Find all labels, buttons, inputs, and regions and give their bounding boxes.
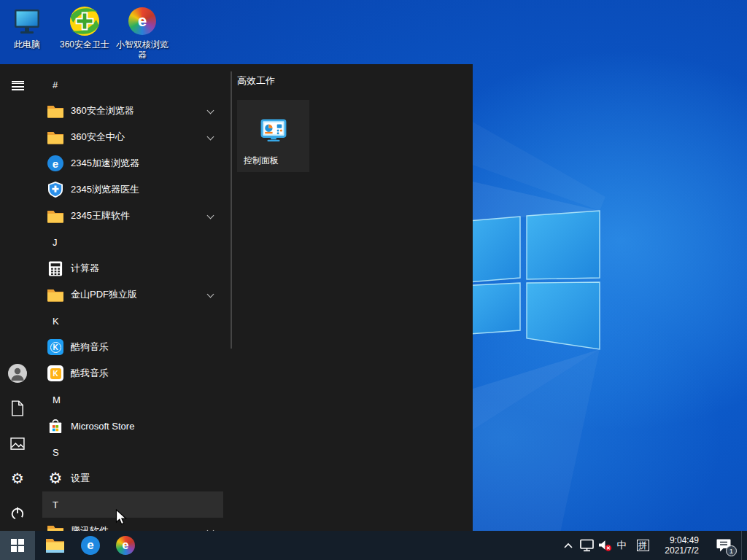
network-ethernet-icon <box>580 539 595 552</box>
browser-e-blue-icon: e <box>81 536 100 555</box>
folder-icon <box>47 288 64 302</box>
tray-volume-button[interactable] <box>595 531 614 560</box>
kugou-icon: K <box>47 339 64 355</box>
chevron-down-icon[interactable] <box>207 133 214 141</box>
tray-show-hidden-icons-button[interactable] <box>559 531 578 560</box>
start-menu-panel: ⚙ # 360安全浏览器 <box>0 64 473 531</box>
tile-control-panel[interactable]: 控制面板 <box>237 100 309 172</box>
ime-mode-label: 拼 <box>637 540 649 551</box>
app-item-360-browser[interactable]: 360安全浏览器 <box>42 98 223 124</box>
settings-button[interactable]: ⚙ <box>0 461 35 496</box>
app-item-calculator[interactable]: 计算器 <box>42 255 223 281</box>
user-avatar-icon <box>8 364 27 383</box>
tray-ime-language-button[interactable]: 中 <box>613 531 630 560</box>
file-explorer-icon <box>45 537 65 553</box>
desktop-icon-label: 小智双核浏览器 <box>114 39 171 60</box>
app-item-kuwo-music[interactable]: K 酷我音乐 <box>42 360 223 386</box>
show-desktop-button[interactable] <box>741 531 747 560</box>
app-item-microsoft-store[interactable]: Microsoft Store <box>42 413 223 439</box>
pictures-icon <box>10 438 25 450</box>
taskbar-2345-browser-button[interactable]: e <box>77 531 104 560</box>
taskbar-xiaozhi-browser-button[interactable]: e <box>112 531 139 560</box>
app-item-2345-doctor[interactable]: 2345浏览器医生 <box>42 176 223 203</box>
desktop-icon-label: 360安全卫士 <box>60 39 109 50</box>
browser-e-rainbow-icon: e <box>116 536 135 555</box>
desktop-icon-label: 此电脑 <box>14 39 40 50</box>
section-header[interactable]: M <box>42 386 223 413</box>
user-account-button[interactable] <box>0 356 35 391</box>
settings-gear-icon: ⚙ <box>47 471 64 486</box>
tray-clock[interactable]: 9:04:49 2021/7/2 <box>654 531 699 560</box>
document-icon <box>11 400 24 416</box>
360-safeguard-icon <box>68 4 101 38</box>
browser-2345-icon: e <box>47 155 64 171</box>
app-item-360-center[interactable]: 360安全中心 <box>42 124 223 150</box>
section-header[interactable]: # <box>42 71 223 98</box>
chevron-down-icon[interactable] <box>207 291 214 298</box>
start-button[interactable] <box>0 531 35 560</box>
clock-time: 9:04:49 <box>654 535 699 545</box>
tray-network-button[interactable] <box>578 531 597 560</box>
notification-count-badge: 1 <box>726 545 737 556</box>
chevron-up-icon <box>563 542 573 549</box>
expand-menu-button[interactable] <box>0 64 35 99</box>
desktop-screen: 此电脑 360安全卫士 e 小智双核浏览器 <box>0 0 747 560</box>
documents-button[interactable] <box>0 391 35 426</box>
tile-label: 控制面板 <box>244 155 279 167</box>
folder-icon <box>47 131 64 144</box>
folder-icon <box>47 104 64 118</box>
windows-logo-icon <box>11 539 24 552</box>
app-item-settings[interactable]: ⚙ 设置 <box>42 465 223 491</box>
section-header[interactable]: S <box>42 439 223 465</box>
kuwo-icon: K <box>47 365 64 381</box>
start-menu-rail: ⚙ <box>0 64 35 531</box>
power-icon <box>10 506 25 521</box>
chevron-down-icon[interactable] <box>207 212 214 219</box>
folder-icon <box>47 209 64 223</box>
tray-ime-mode-button[interactable]: 拼 <box>633 531 652 560</box>
section-header-highlighted[interactable]: T <box>42 491 223 518</box>
gear-icon: ⚙ <box>11 471 24 486</box>
app-item-kugou-music[interactable]: K 酷狗音乐 <box>42 334 223 360</box>
app-item-2345-suite[interactable]: 2345王牌软件 <box>42 203 223 229</box>
volume-muted-icon <box>598 540 612 552</box>
start-menu-app-list: # 360安全浏览器 360安全中心 <box>35 64 231 531</box>
app-list-scrollbar[interactable] <box>231 71 232 349</box>
section-header[interactable]: J <box>42 229 223 255</box>
ime-language-label: 中 <box>617 539 627 552</box>
desktop-icon-this-pc[interactable]: 此电脑 <box>0 4 55 50</box>
power-button[interactable] <box>0 496 35 531</box>
desktop-icon-xiaozhi-browser[interactable]: e 小智双核浏览器 <box>114 4 171 60</box>
calculator-icon <box>47 261 64 276</box>
app-item-2345-browser[interactable]: e 2345加速浏览器 <box>42 150 223 176</box>
pictures-button[interactable] <box>0 426 35 461</box>
start-menu-tiles: 高效工作 <box>237 64 473 531</box>
xiaozhi-browser-icon: e <box>125 4 159 38</box>
app-item-kingsoft-pdf[interactable]: 金山PDF独立版 <box>42 281 223 308</box>
shield-doctor-icon <box>47 182 64 198</box>
this-pc-icon <box>10 4 44 38</box>
desktop-icon-360-safeguard[interactable]: 360安全卫士 <box>56 4 113 50</box>
control-panel-icon <box>237 119 309 142</box>
ms-store-icon <box>47 418 64 434</box>
chevron-down-icon[interactable] <box>207 107 214 114</box>
clock-date: 2021/7/2 <box>654 545 699 556</box>
taskbar: e e 中 <box>0 531 747 560</box>
section-header[interactable]: K <box>42 308 223 334</box>
action-center-button[interactable]: 1 <box>709 531 738 560</box>
tile-group-title: 高效工作 <box>237 74 275 88</box>
taskbar-file-explorer-button[interactable] <box>42 531 68 560</box>
